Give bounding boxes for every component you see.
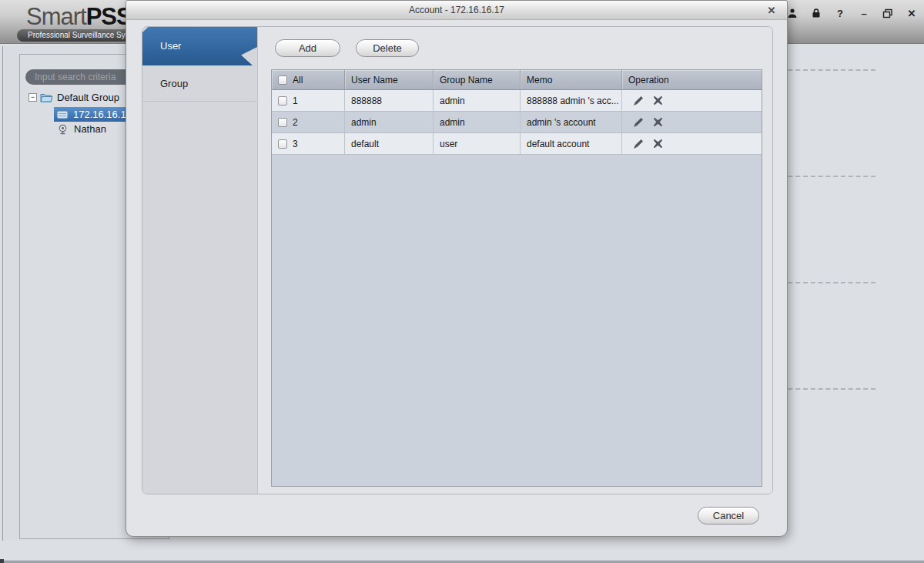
row-checkbox[interactable] [278, 118, 287, 127]
section-divider-dashed [773, 282, 875, 283]
header-all: All [272, 70, 345, 89]
edit-icon[interactable] [633, 96, 644, 106]
collapse-expander-icon[interactable]: − [28, 93, 37, 102]
section-divider-dashed [773, 388, 875, 390]
cell-memo: admin 's account [521, 112, 622, 132]
row-checkbox[interactable] [278, 96, 287, 106]
cell-memo: 888888 admin 's acc... [521, 90, 622, 111]
cell-user-name: 888888 [345, 90, 434, 111]
cell-group-name: admin [434, 112, 521, 132]
logo-text-pss: PSS [86, 3, 132, 30]
tree-node-label: 172.16.16.17 [73, 109, 132, 120]
cell-memo: default account [521, 133, 622, 154]
row-number: 3 [293, 139, 298, 149]
device-icon [56, 109, 69, 120]
tree-node-default-group[interactable]: − Default Group [28, 92, 119, 103]
camera-icon [57, 124, 70, 135]
table-row[interactable]: 3 default user default account [272, 133, 762, 155]
cancel-button[interactable]: Cancel [698, 507, 759, 524]
section-divider-dashed [773, 69, 875, 71]
row-number: 2 [293, 117, 298, 128]
table-header-row: All User Name Group Name Memo Operation [272, 70, 762, 90]
lock-icon[interactable] [808, 6, 824, 20]
tree-node-label: Nathan [74, 123, 106, 135]
delete-button[interactable]: Delete [356, 39, 419, 57]
app-tagline: Professional Surveillance Syst [17, 29, 142, 42]
account-dialog: Account - 172.16.16.17 ✕ User Group Add … [126, 0, 788, 537]
help-icon[interactable]: ? [832, 6, 848, 20]
user-table: All User Name Group Name Memo Operation … [271, 69, 762, 487]
header-operation: Operation [622, 70, 762, 89]
cell-operation [622, 133, 762, 154]
dialog-tab-column: User Group [142, 27, 258, 494]
tree-node-camera[interactable]: Nathan [57, 123, 106, 135]
dialog-title: Account - 172.16.16.17 [409, 5, 504, 15]
table-row[interactable]: 1 888888 admin 888888 admin 's acc... [272, 90, 762, 112]
dialog-close-icon[interactable]: ✕ [764, 3, 779, 17]
edit-icon[interactable] [633, 139, 644, 149]
window-controls: ? – ✕ [785, 5, 919, 22]
dialog-body: User Group Add Delete All User Name Grou… [142, 26, 773, 494]
cell-operation [622, 112, 762, 132]
user-tab-content: Add Delete All User Name Group Name Memo… [258, 27, 772, 494]
cell-group-name: admin [434, 90, 521, 111]
row-checkbox[interactable] [278, 139, 287, 149]
resize-grip[interactable] [0, 559, 4, 563]
table-row[interactable]: 2 admin admin admin 's account [272, 112, 762, 133]
cell-group-name: user [434, 133, 521, 154]
app-logo: SmartPSS [26, 3, 132, 31]
header-memo: Memo [521, 70, 622, 89]
row-number: 1 [293, 96, 298, 106]
minimize-icon[interactable]: – [856, 6, 872, 20]
delete-icon[interactable] [653, 96, 663, 106]
status-bar [0, 560, 924, 563]
cell-operation [622, 90, 762, 111]
delete-icon[interactable] [653, 117, 663, 127]
header-label: All [293, 75, 303, 85]
edit-icon[interactable] [633, 117, 644, 128]
header-group-name: Group Name [434, 70, 521, 89]
close-window-icon[interactable]: ✕ [904, 6, 919, 20]
folder-icon [40, 92, 53, 103]
tree-node-label: Default Group [57, 92, 119, 103]
header-user-name: User Name [345, 70, 434, 89]
tab-user[interactable]: User [142, 27, 257, 65]
tab-group[interactable]: Group [142, 65, 257, 102]
select-all-checkbox[interactable] [278, 75, 287, 85]
delete-icon[interactable] [653, 139, 663, 149]
cell-user-name: default [345, 133, 434, 154]
logo-text-smart: Smart [26, 3, 86, 30]
add-button[interactable]: Add [275, 39, 340, 57]
section-divider-dashed [773, 176, 875, 177]
dialog-title-bar: Account - 172.16.16.17 ✕ [126, 1, 787, 20]
cell-user-name: admin [345, 112, 434, 132]
restore-icon[interactable] [880, 6, 896, 20]
